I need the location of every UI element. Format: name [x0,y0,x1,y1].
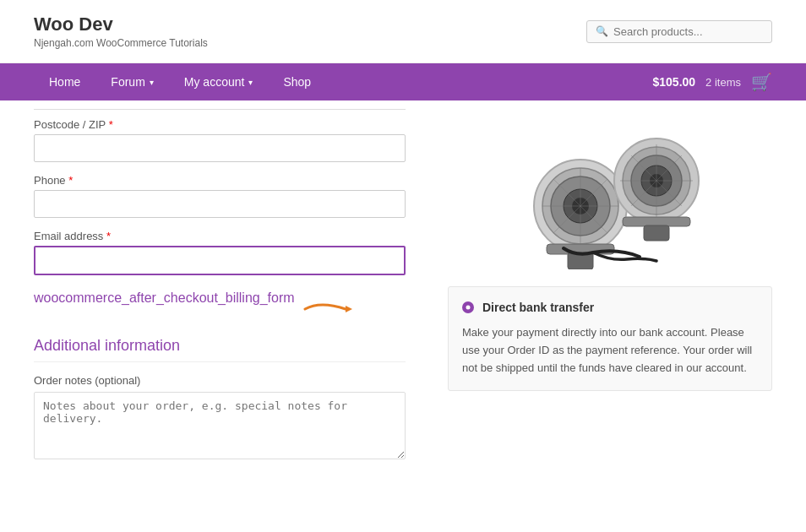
search-input[interactable] [613,25,763,38]
postcode-field-group: Postcode / ZIP * [34,109,406,162]
required-indicator: * [68,174,73,187]
site-header: Woo Dev Njengah.com WooCommerce Tutorial… [0,0,806,63]
nav-item-forum[interactable]: Forum ▾ [95,63,168,100]
payment-radio[interactable] [462,301,474,313]
site-tagline: Njengah.com WooCommerce Tutorials [34,37,208,49]
payment-label: Direct bank transfer [482,301,594,314]
nav-item-myaccount[interactable]: My account ▾ [169,63,269,100]
cart-icon[interactable]: 🛒 [751,72,772,92]
checkout-form-col: Postcode / ZIP * Phone * Email address * [34,100,422,491]
cart-summary[interactable]: $105.00 2 items 🛒 [652,72,772,92]
order-summary-col: Direct bank transfer Make your payment d… [422,100,772,491]
phone-label: Phone * [34,174,406,187]
required-indicator: * [109,118,113,131]
cart-count: 2 items [705,76,741,89]
chevron-down-icon: ▾ [150,78,154,87]
product-image [509,117,711,269]
additional-info-section: Additional information Order notes (opti… [34,337,406,462]
search-bar[interactable]: 🔍 [586,20,772,43]
postcode-label: Postcode / ZIP * [34,118,406,131]
nav-item-home[interactable]: Home [34,63,95,100]
chevron-down-icon: ▾ [248,78,253,87]
order-notes-group: Order notes (optional) [34,374,406,462]
main-content: Postcode / ZIP * Phone * Email address * [0,100,806,491]
arrow-icon [303,297,354,320]
site-branding: Woo Dev Njengah.com WooCommerce Tutorial… [34,14,208,49]
order-notes-label: Order notes (optional) [34,374,406,387]
order-notes-textarea[interactable] [34,392,406,459]
nav-links: Home Forum ▾ My account ▾ Shop [34,63,326,100]
payment-description: Make your payment directly into our bank… [462,324,758,377]
nav-item-shop[interactable]: Shop [268,63,326,100]
svg-rect-22 [644,225,669,241]
svg-marker-0 [346,306,352,312]
email-label: Email address * [34,230,406,242]
site-title: Woo Dev [34,14,208,35]
search-icon: 🔍 [596,25,608,37]
payment-section: Direct bank transfer Make your payment d… [448,286,772,391]
svg-rect-21 [623,217,690,226]
email-field-group: Email address * [34,230,406,275]
phone-input[interactable] [34,190,406,218]
hook-text-wrapper: woocommerce_after_checkout_billing_form [34,289,406,320]
payment-option: Direct bank transfer [462,301,758,314]
additional-info-heading: Additional information [34,337,406,362]
hook-text: woocommerce_after_checkout_billing_form [34,289,295,307]
phone-field-group: Phone * [34,174,406,218]
postcode-input[interactable] [34,134,406,162]
main-nav: Home Forum ▾ My account ▾ Shop $105.00 2… [0,63,806,100]
product-image-area [448,117,772,269]
cart-total: $105.00 [652,75,695,89]
email-input[interactable] [34,246,406,275]
required-indicator: * [106,230,111,242]
